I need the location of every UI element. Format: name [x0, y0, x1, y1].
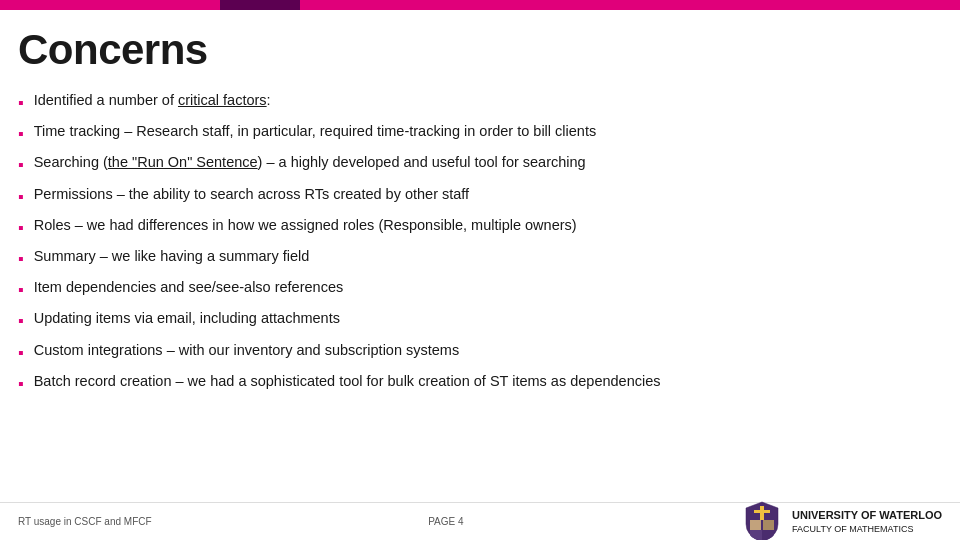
list-item: ▪ Searching (the "Run On" Sentence) – a … [18, 152, 942, 176]
bullet-icon: ▪ [18, 122, 24, 145]
bullet-text: Searching (the "Run On" Sentence) – a hi… [34, 152, 942, 173]
bullet-icon: ▪ [18, 216, 24, 239]
run-on-sentence-link[interactable]: the "Run On" Sentence [108, 154, 258, 170]
bullet-text: Custom integrations – with our inventory… [34, 340, 942, 361]
bullet-icon: ▪ [18, 278, 24, 301]
main-content: Concerns ▪ Identified a number of critic… [18, 18, 942, 500]
bullet-text: Identified a number of critical factors: [34, 90, 942, 111]
footer: RT usage in CSCF and MFCF PAGE 4 UNIVERS… [0, 502, 960, 540]
bullet-icon: ▪ [18, 185, 24, 208]
bullet-icon: ▪ [18, 341, 24, 364]
list-item: ▪ Summary – we like having a summary fie… [18, 246, 942, 270]
list-item: ▪ Identified a number of critical factor… [18, 90, 942, 114]
list-item: ▪ Updating items via email, including at… [18, 308, 942, 332]
university-text-block: UNIVERSITY OF WATERLOO FACULTY OF MATHEM… [792, 508, 942, 536]
bullet-text: Summary – we like having a summary field [34, 246, 942, 267]
top-bar-magenta-left [0, 0, 220, 10]
bullet-text: Updating items via email, including atta… [34, 308, 942, 329]
bullet-icon: ▪ [18, 247, 24, 270]
list-item: ▪ Permissions – the ability to search ac… [18, 184, 942, 208]
concerns-list: ▪ Identified a number of critical factor… [18, 90, 942, 395]
bullet-icon: ▪ [18, 153, 24, 176]
page-number: 4 [458, 516, 464, 527]
university-branding: UNIVERSITY OF WATERLOO FACULTY OF MATHEM… [740, 500, 942, 541]
footer-left-text: RT usage in CSCF and MFCF [18, 516, 152, 527]
svg-rect-3 [763, 520, 774, 530]
university-crest-icon [740, 500, 784, 541]
list-item: ▪ Batch record creation – we had a sophi… [18, 371, 942, 395]
bullet-icon: ▪ [18, 309, 24, 332]
top-bar-purple-center [220, 0, 300, 10]
bullet-text: Batch record creation – we had a sophist… [34, 371, 942, 392]
bullet-text: Time tracking – Research staff, in parti… [34, 121, 942, 142]
page-label: PAGE [428, 516, 455, 527]
list-item: ▪ Time tracking – Research staff, in par… [18, 121, 942, 145]
top-color-bar [0, 0, 960, 10]
bullet-text: Permissions – the ability to search acro… [34, 184, 942, 205]
bullet-icon: ▪ [18, 91, 24, 114]
list-item: ▪ Roles – we had differences in how we a… [18, 215, 942, 239]
top-bar-magenta-right [300, 0, 960, 10]
bullet-text: Roles – we had differences in how we ass… [34, 215, 942, 236]
bullet-icon: ▪ [18, 372, 24, 395]
svg-rect-2 [750, 520, 761, 530]
university-name: UNIVERSITY OF WATERLOO [792, 508, 942, 523]
list-item: ▪ Item dependencies and see/see-also ref… [18, 277, 942, 301]
svg-rect-1 [754, 510, 770, 513]
page-title: Concerns [18, 26, 942, 74]
bullet-text: Item dependencies and see/see-also refer… [34, 277, 942, 298]
list-item: ▪ Custom integrations – with our invento… [18, 340, 942, 364]
critical-factors-link[interactable]: critical factors [178, 92, 267, 108]
footer-page-info: PAGE 4 [152, 516, 740, 527]
faculty-name: FACULTY OF MATHEMATICS [792, 523, 942, 536]
